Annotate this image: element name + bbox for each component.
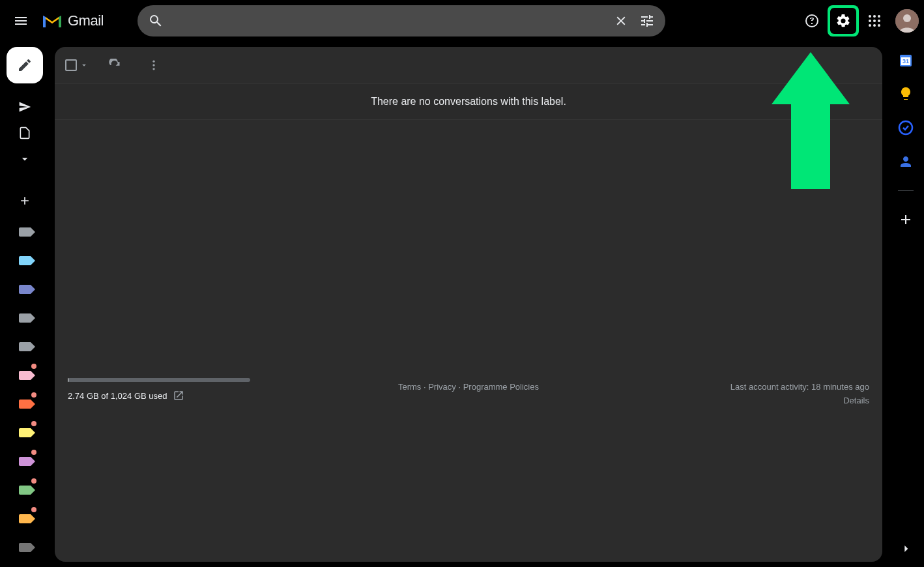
- refresh-button[interactable]: [102, 52, 128, 78]
- gmail-text: Gmail: [68, 12, 104, 29]
- search-button[interactable]: [143, 8, 169, 34]
- sidebar-label-3[interactable]: [14, 308, 35, 328]
- svg-point-4: [873, 20, 876, 22]
- sidebar-label-1[interactable]: [14, 250, 35, 271]
- storage-bar-fill: [68, 378, 68, 382]
- storage-text-row: 2.74 GB of 1,024 GB used: [68, 390, 332, 401]
- unread-badge: [31, 392, 36, 398]
- gmail-logo[interactable]: Gmail: [42, 12, 104, 29]
- footer-activity: Last account activity: 18 minutes ago De…: [605, 378, 869, 405]
- more-actions-button[interactable]: [141, 52, 167, 78]
- calendar-app-button[interactable]: 31: [898, 52, 914, 68]
- sidebar-label-4[interactable]: [14, 336, 35, 357]
- sidebar-item-sent[interactable]: [14, 96, 35, 117]
- search-options-button[interactable]: [634, 8, 660, 34]
- svg-point-5: [878, 20, 880, 22]
- details-link[interactable]: Details: [843, 396, 869, 405]
- svg-point-0: [869, 15, 871, 18]
- separator: ·: [456, 382, 463, 392]
- unread-badge: [31, 364, 36, 369]
- plus-icon: [898, 212, 914, 227]
- privacy-link[interactable]: Privacy: [428, 382, 456, 392]
- activity-text: Last account activity: 18 minutes ago: [605, 382, 869, 392]
- close-icon: [614, 14, 628, 28]
- sidebar-label-5[interactable]: [14, 365, 35, 386]
- footer: 2.74 GB of 1,024 GB used Terms · Privacy…: [55, 378, 882, 562]
- unread-badge: [31, 450, 36, 455]
- select-all-checkbox[interactable]: [65, 59, 89, 71]
- label-tag-icon: [19, 313, 31, 323]
- right-rail: 31: [888, 42, 924, 567]
- unread-badge: [31, 507, 36, 512]
- labels-container: [14, 222, 35, 558]
- sidebar-label-7[interactable]: [14, 422, 35, 443]
- settings-highlight-box: [828, 5, 859, 36]
- right-rail-divider: [898, 190, 914, 191]
- label-tag-icon: [19, 256, 31, 265]
- sidebar-label-10[interactable]: [14, 508, 35, 529]
- sidebar-item-more[interactable]: [14, 149, 35, 169]
- sidebar-label-9[interactable]: [14, 480, 35, 501]
- sidebar-label-0[interactable]: [14, 222, 35, 242]
- policies-link[interactable]: Programme Policies: [463, 382, 539, 392]
- storage-text: 2.74 GB of 1,024 GB used: [68, 391, 167, 401]
- sidebar-label-6[interactable]: [14, 394, 35, 414]
- toolbar: [55, 47, 882, 83]
- hamburger-icon: [13, 13, 29, 29]
- plus-icon: [18, 194, 31, 207]
- label-tag-icon: [19, 428, 31, 437]
- contacts-app-button[interactable]: [898, 154, 914, 169]
- terms-link[interactable]: Terms: [398, 382, 421, 392]
- refresh-icon: [108, 59, 121, 72]
- label-tag-icon: [19, 486, 31, 495]
- avatar-image: [895, 9, 919, 33]
- search-input[interactable]: [169, 15, 608, 27]
- main-menu-button[interactable]: [5, 5, 36, 36]
- support-button[interactable]: [799, 8, 825, 34]
- chevron-down-icon: [18, 153, 31, 166]
- account-avatar[interactable]: [895, 9, 919, 33]
- addons-button[interactable]: [898, 212, 914, 227]
- side-panel-toggle[interactable]: [895, 538, 916, 559]
- contacts-icon: [898, 154, 914, 169]
- footer-links: Terms · Privacy · Programme Policies: [336, 378, 601, 392]
- svg-point-6: [869, 24, 871, 27]
- label-tag-icon: [19, 285, 31, 294]
- more-vert-icon: [147, 59, 160, 72]
- calendar-icon: 31: [898, 52, 914, 68]
- header: Gmail: [0, 0, 924, 42]
- create-label-button[interactable]: [14, 190, 35, 211]
- svg-point-1: [873, 15, 876, 18]
- clear-search-button[interactable]: [608, 8, 634, 34]
- empty-label-message: There are no conversations with this lab…: [55, 83, 882, 120]
- label-tag-icon: [19, 543, 31, 552]
- pencil-icon: [17, 57, 33, 73]
- tasks-app-button[interactable]: [898, 120, 914, 136]
- label-tag-icon: [19, 400, 31, 409]
- label-tag-icon: [19, 514, 31, 523]
- svg-point-8: [878, 24, 880, 27]
- tasks-icon: [898, 120, 914, 136]
- svg-point-3: [869, 20, 871, 22]
- google-apps-button[interactable]: [861, 8, 888, 34]
- label-tag-icon: [19, 227, 31, 237]
- compose-button[interactable]: [7, 47, 43, 83]
- help-icon: [804, 13, 820, 29]
- keep-icon: [898, 86, 914, 102]
- storage-bar[interactable]: [68, 378, 250, 382]
- checkbox-icon: [65, 59, 77, 71]
- settings-button[interactable]: [830, 8, 856, 34]
- open-in-new-icon[interactable]: [173, 390, 184, 401]
- send-icon: [18, 100, 31, 113]
- body: There are no conversations with this lab…: [0, 42, 924, 567]
- sidebar-label-2[interactable]: [14, 279, 35, 300]
- svg-point-7: [873, 24, 876, 27]
- sidebar-label-8[interactable]: [14, 451, 35, 472]
- sidebar-item-drafts[interactable]: [14, 123, 35, 143]
- keep-app-button[interactable]: [898, 86, 914, 102]
- separator: ·: [421, 382, 428, 392]
- tune-icon: [639, 13, 655, 29]
- svg-point-12: [152, 64, 154, 66]
- sidebar-label-11[interactable]: [14, 537, 35, 558]
- svg-text:31: 31: [902, 58, 909, 65]
